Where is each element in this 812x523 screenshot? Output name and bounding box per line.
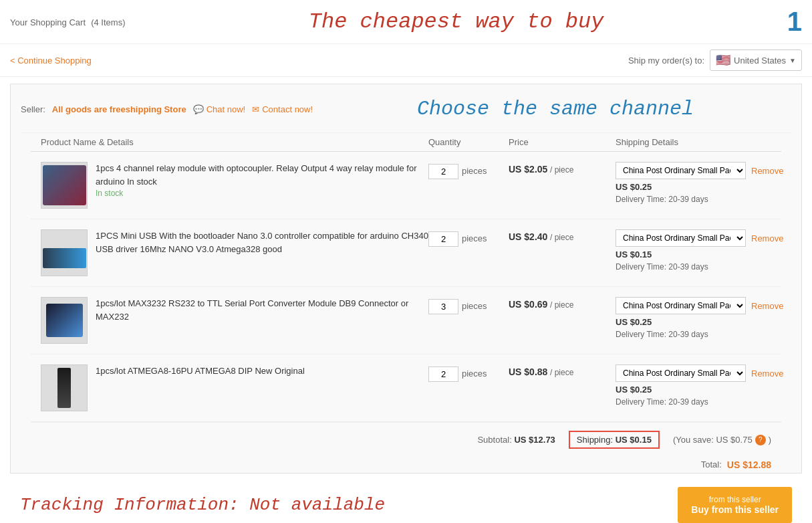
pieces-label-2: pieces — [462, 231, 487, 243]
price-unit-1: / piece — [550, 165, 573, 175]
subtotal-value: US $12.73 — [514, 435, 555, 445]
quantity-input-3[interactable] — [428, 299, 458, 314]
cart-count: (4 Items) — [91, 17, 125, 27]
shipping-total-label: Shipping: — [577, 435, 613, 445]
ship-country-text: United States — [734, 56, 786, 66]
price-unit-4: / piece — [550, 368, 573, 377]
buy-from-seller-button[interactable]: from this seller Buy from this seller — [678, 487, 792, 523]
thumb-image-1 — [43, 165, 86, 205]
item-price-3: US $0.69 — [509, 299, 547, 310]
remove-link-3[interactable]: Remove — [751, 301, 783, 311]
item-price-2: US $2.40 — [509, 231, 547, 242]
shipping-cell-2: China Post Ordinary Small Packet Remove … — [616, 229, 783, 272]
item-info-1: 1pcs 4 channel relay module with optocou… — [96, 162, 428, 198]
cart-item-1: 1pcs 4 channel relay module with optocou… — [31, 152, 781, 219]
item-name-3: 1pcs/lot MAX3232 RS232 to TTL Serial Por… — [96, 297, 428, 323]
item-thumbnail-4 — [41, 364, 88, 411]
header-price: Price — [509, 137, 616, 147]
total-line: Total: US $12.88 — [31, 457, 781, 473]
quantity-cell-2: pieces — [428, 229, 509, 247]
quantity-input-2[interactable] — [428, 231, 458, 247]
pieces-label-4: pieces — [462, 367, 487, 379]
item-price-4: US $0.88 — [509, 367, 547, 377]
ship-to-label: Ship my order(s) to: — [628, 56, 704, 66]
cart-item-4: 1pcs/lot ATMEGA8-16PU ATMEGA8 DIP New Or… — [31, 354, 781, 422]
item-left-4: 1pcs/lot ATMEGA8-16PU ATMEGA8 DIP New Or… — [41, 364, 428, 411]
item-info-3: 1pcs/lot MAX3232 RS232 to TTL Serial Por… — [96, 297, 428, 323]
remove-link-4[interactable]: Remove — [751, 369, 783, 379]
thumb-image-2 — [43, 248, 86, 268]
subtotal-label: Subtotal: — [477, 435, 511, 445]
continue-shopping-link[interactable]: < Continue Shopping — [10, 56, 92, 66]
item-thumbnail-2 — [41, 229, 88, 276]
chat-label: Chat now! — [207, 104, 246, 114]
quantity-cell-4: pieces — [428, 364, 509, 382]
in-stock-label: In stock — [96, 189, 123, 198]
nav-bar: < Continue Shopping Ship my order(s) to:… — [0, 44, 812, 77]
pieces-label-1: pieces — [462, 164, 487, 176]
item-left-1: 1pcs 4 channel relay module with optocou… — [41, 162, 428, 209]
dropdown-arrow-icon: ▼ — [789, 57, 796, 64]
cart-items-container: 1pcs 4 channel relay module with optocou… — [21, 152, 791, 422]
remove-link-2[interactable]: Remove — [751, 233, 783, 243]
item-name-1: 1pcs 4 channel relay module with optocou… — [96, 162, 428, 188]
quantity-cell-1: pieces — [428, 162, 509, 179]
price-cell-3: US $0.69 / piece — [509, 297, 616, 310]
thumb-image-4 — [57, 368, 71, 408]
shipping-top-2: China Post Ordinary Small Packet Remove — [616, 229, 783, 247]
item-price-1: US $2.05 — [509, 164, 547, 175]
header-quantity: Quantity — [428, 137, 509, 147]
cart-title-section: Your Shopping Cart (4 Items) — [10, 16, 125, 27]
totals-section: Subtotal: US $12.73 Shipping: US $0.15 (… — [31, 422, 781, 457]
ship-country-selector[interactable]: 🇺🇸 United States ▼ — [710, 49, 802, 71]
item-thumbnail-1 — [41, 162, 88, 209]
price-unit-2: / piece — [550, 233, 573, 242]
delivery-time-3: Delivery Time: 20-39 days — [616, 330, 783, 339]
shipping-cell-1: China Post Ordinary Small Packet Remove … — [616, 162, 783, 204]
info-icon[interactable]: ? — [755, 435, 766, 445]
savings-text: (You save: US $0.75 — [673, 435, 753, 445]
shipping-top-1: China Post Ordinary Small Packet Remove — [616, 162, 783, 179]
price-unit-3: / piece — [550, 300, 573, 310]
shipping-select-4[interactable]: China Post Ordinary Small Packet — [616, 364, 746, 382]
total-value: US $12.88 — [727, 459, 771, 470]
remove-link-1[interactable]: Remove — [751, 166, 783, 176]
shipping-cost-3: US $0.25 — [616, 317, 783, 327]
savings-section: (You save: US $0.75 ? ) — [673, 435, 771, 445]
item-name-2: 1PCS Mini USB With the bootloader Nano 3… — [96, 229, 428, 255]
quantity-cell-3: pieces — [428, 297, 509, 314]
total-label: Total: — [701, 459, 722, 470]
ship-to-section: Ship my order(s) to: 🇺🇸 United States ▼ — [628, 49, 802, 71]
item-left-2: 1PCS Mini USB With the bootloader Nano 3… — [41, 229, 428, 276]
top-bar: Your Shopping Cart (4 Items) The cheapes… — [0, 0, 812, 44]
chat-icon: 💬 — [193, 104, 204, 114]
header-shipping: Shipping Details — [616, 137, 771, 147]
shipping-select-1[interactable]: China Post Ordinary Small Packet — [616, 162, 746, 179]
shipping-select-2[interactable]: China Post Ordinary Small Packet — [616, 229, 746, 247]
bottom-section: Tracking Information: Not available from… — [10, 477, 802, 523]
buy-button-line1: from this seller — [691, 495, 779, 504]
cart-item-3: 1pcs/lot MAX3232 RS232 to TTL Serial Por… — [31, 287, 781, 354]
item-name-4: 1pcs/lot ATMEGA8-16PU ATMEGA8 DIP New Or… — [96, 364, 305, 378]
cart-item-2: 1PCS Mini USB With the bootloader Nano 3… — [31, 219, 781, 287]
savings-info: (You save: US $0.75 ? ) — [673, 435, 771, 445]
shipping-select-3[interactable]: China Post Ordinary Small Packet — [616, 297, 746, 314]
delivery-time-4: Delivery Time: 20-39 days — [616, 397, 783, 407]
quantity-input-4[interactable] — [428, 367, 458, 382]
contact-button[interactable]: ✉ Contact now! — [252, 104, 313, 114]
item-info-4: 1pcs/lot ATMEGA8-16PU ATMEGA8 DIP New Or… — [96, 364, 305, 378]
shipping-top-4: China Post Ordinary Small Packet Remove — [616, 364, 783, 382]
shipping-cell-3: China Post Ordinary Small Packet Remove … — [616, 297, 783, 339]
shipping-cell-4: China Post Ordinary Small Packet Remove … — [616, 364, 783, 407]
us-flag-icon: 🇺🇸 — [716, 53, 730, 68]
pieces-label-3: pieces — [462, 299, 487, 311]
item-thumbnail-3 — [41, 297, 88, 344]
price-cell-2: US $2.40 / piece — [509, 229, 616, 242]
shipping-total-value: US $0.15 — [616, 435, 652, 445]
choose-banner: Choose the same channel — [319, 91, 791, 127]
shipping-total-box: Shipping: US $0.15 — [569, 431, 660, 449]
quantity-input-1[interactable] — [428, 164, 458, 179]
chat-button[interactable]: 💬 Chat now! — [193, 104, 246, 114]
seller-info: Seller: All goods are freeshipping Store… — [21, 91, 791, 133]
price-cell-4: US $0.88 / piece — [509, 364, 616, 377]
